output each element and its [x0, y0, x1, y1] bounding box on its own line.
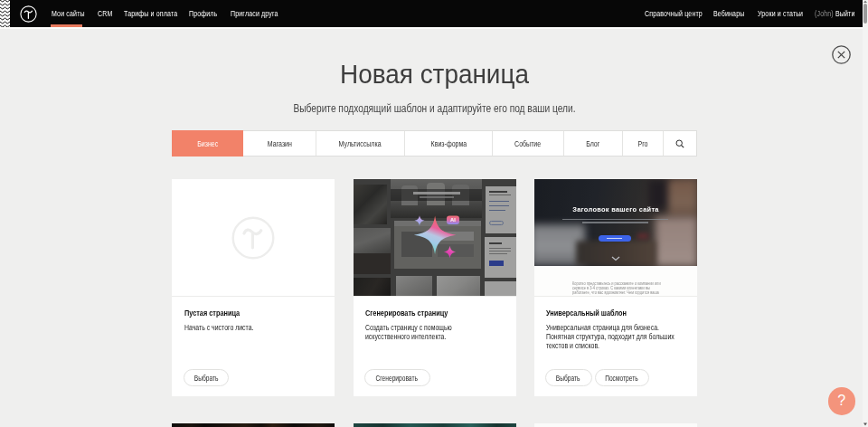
svg-text:AI: AI	[450, 217, 456, 223]
